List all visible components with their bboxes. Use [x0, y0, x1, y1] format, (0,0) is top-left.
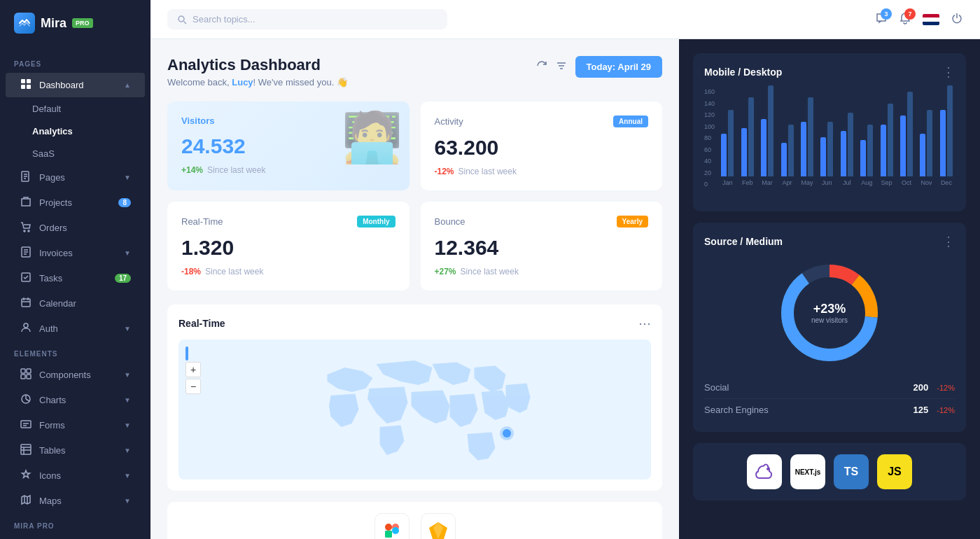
map-zoom-out[interactable]: −	[186, 379, 201, 394]
sidebar-item-invoices[interactable]: Invoices ▼	[6, 241, 145, 265]
alerts-badge: 7	[904, 8, 916, 20]
activity-change-pct: -12%	[435, 167, 454, 176]
bar-light-jul	[848, 113, 853, 176]
alerts-button[interactable]: 7	[899, 12, 911, 27]
charts-label: Charts	[39, 395, 66, 405]
pages-arrow: ▼	[124, 174, 131, 181]
main-content: Analytics Dashboard Welcome back, Lucy! …	[150, 39, 980, 539]
sidebar-item-pages[interactable]: Pages ▼	[6, 165, 145, 190]
dark-zone: Mobile / Desktop ⋮ 160 140 120 100	[679, 39, 980, 539]
bar-label-jul: Jul	[843, 179, 851, 186]
tables-icon	[20, 444, 32, 457]
header-actions: 3 7	[875, 12, 963, 27]
bar-label-dec: Dec	[941, 179, 952, 186]
bar-dark-sep	[881, 125, 886, 176]
sidebar-item-maps[interactable]: Maps ▼	[6, 489, 145, 513]
sidebar-item-calendar[interactable]: Calendar	[6, 291, 145, 316]
sidebar-item-components[interactable]: Components ▼	[6, 363, 145, 387]
bar-group-apr: Apr	[778, 85, 795, 186]
notifications-button[interactable]: 3	[875, 12, 888, 27]
svg-point-42	[392, 527, 399, 534]
maps-arrow: ▼	[124, 497, 131, 505]
calendar-icon	[20, 297, 32, 310]
pages-label: Pages	[39, 172, 65, 183]
map-zoom-in[interactable]: +	[186, 362, 201, 377]
dashboard-arrow: ▲	[124, 81, 131, 89]
mobile-desktop-more[interactable]: ⋮	[942, 64, 955, 80]
right-side: Search topics... 3 7	[150, 0, 980, 539]
orders-icon	[20, 221, 32, 234]
projects-icon	[20, 196, 32, 209]
svg-rect-25	[21, 421, 31, 428]
bar-dark-jun	[820, 137, 826, 176]
typescript-logo: TS	[834, 454, 869, 489]
default-label: Default	[32, 104, 61, 114]
icons-arrow: ▼	[124, 472, 131, 479]
refresh-button[interactable]	[536, 60, 547, 74]
language-flag[interactable]	[923, 14, 939, 25]
invoices-arrow: ▼	[124, 249, 131, 257]
page-subtitle: Welcome back, Lucy! We've missed you. 👋	[167, 77, 348, 88]
bar-dark-oct	[900, 115, 906, 176]
mobile-desktop-title: Mobile / Desktop	[704, 66, 782, 78]
pages-icon	[20, 171, 32, 184]
svg-rect-38	[385, 524, 392, 531]
mobile-desktop-card: Mobile / Desktop ⋮ 160 140 120 100	[693, 53, 966, 211]
power-icon	[951, 12, 963, 24]
map-dot	[503, 429, 511, 438]
map-flag	[186, 346, 188, 360]
bar-group-mar: Mar	[759, 85, 776, 186]
bar-dark-apr	[781, 143, 787, 176]
bar-group-sep: Sep	[878, 85, 895, 186]
bar-light-feb	[748, 97, 754, 176]
bar-label-apr: Apr	[783, 179, 792, 186]
visitors-card: Visitors 24.532 +14% Since last week 🧑‍💻	[167, 102, 410, 190]
search-bar[interactable]: Search topics...	[167, 9, 447, 29]
figma-logo	[374, 513, 410, 539]
source-medium-more[interactable]: ⋮	[942, 234, 955, 249]
activity-change-label: Since last week	[458, 167, 517, 176]
bar-dark-may	[801, 122, 806, 176]
nextjs-text: NEXT.js	[795, 468, 821, 476]
bar-group-jan: Jan	[719, 85, 736, 186]
bar-label-jan: Jan	[722, 179, 733, 186]
bar-label-nov: Nov	[920, 179, 932, 186]
sidebar-item-projects[interactable]: Projects 8	[6, 190, 145, 215]
realtime-change-pct: -18%	[181, 267, 201, 276]
bar-group-feb: Feb	[738, 85, 755, 186]
filter-button[interactable]	[556, 60, 567, 74]
sidebar-item-default[interactable]: Default	[6, 98, 145, 120]
bar-light-nov	[927, 110, 932, 176]
redux-logo	[747, 454, 782, 489]
bar-label-feb: Feb	[742, 179, 753, 186]
sidebar-item-tables[interactable]: Tables ▼	[6, 438, 145, 463]
sidebar-item-orders[interactable]: Orders	[6, 216, 145, 240]
sidebar-item-tasks[interactable]: Tasks 17	[6, 266, 145, 290]
svg-point-32	[178, 16, 184, 22]
svg-rect-23	[27, 374, 31, 379]
sidebar-item-analytics[interactable]: Analytics	[6, 120, 145, 142]
power-button[interactable]	[951, 12, 963, 27]
donut-container: +23% new visitors	[777, 260, 882, 365]
sidebar-item-dashboard[interactable]: Dashboard ▲	[6, 73, 145, 97]
auth-arrow: ▼	[124, 325, 131, 332]
activity-value: 63.200	[435, 136, 649, 160]
sidebar-item-saas[interactable]: SaaS	[6, 143, 145, 164]
sidebar-item-forms[interactable]: Forms ▼	[6, 413, 145, 438]
sidebar-item-charts[interactable]: Charts ▼	[6, 388, 145, 412]
realtime-map-more[interactable]: ⋯	[638, 316, 651, 331]
sidebar-item-auth[interactable]: Auth ▼	[6, 316, 145, 341]
components-icon	[20, 368, 32, 382]
source-medium-title: Source / Medium	[704, 236, 783, 247]
svg-line-33	[184, 21, 187, 24]
saas-label: SaaS	[32, 148, 55, 159]
bounce-change-label: Since last week	[461, 267, 519, 276]
source-medium-card: Source / Medium ⋮	[693, 223, 966, 432]
world-map-svg	[178, 340, 651, 479]
bar-light-jan	[728, 110, 734, 176]
bar-light-aug	[867, 125, 873, 176]
sidebar-item-icons[interactable]: Icons ▼	[6, 463, 145, 488]
forms-label: Forms	[39, 420, 65, 430]
date-button[interactable]: Today: April 29	[575, 56, 662, 78]
activity-card: Activity Annual 63.200 -12% Since last w…	[421, 102, 663, 190]
